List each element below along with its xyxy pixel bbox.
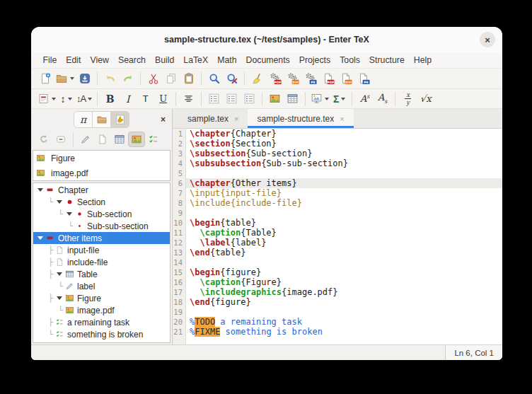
code-line[interactable]: 16 \caption{Figure} (173, 277, 502, 287)
redo-button[interactable] (119, 70, 137, 87)
menu-item-edit[interactable]: Edit (62, 54, 86, 66)
sidebar-tab-math-symbols[interactable]: π (74, 111, 93, 128)
expander-icon[interactable] (37, 188, 43, 192)
menu-item-search[interactable]: Search (113, 54, 150, 66)
sum-button[interactable]: Σ (330, 91, 348, 108)
find-replace-button[interactable] (223, 70, 241, 87)
code-line[interactable]: 3\subsection{Sub-section} (173, 149, 502, 158)
tree-item-section[interactable]: └Section (33, 196, 170, 208)
tree-item-other-items[interactable]: Other items (33, 232, 170, 244)
menu-item-projects[interactable]: Projects (294, 54, 335, 66)
tab-sample-tex[interactable]: sample.tex× (178, 109, 248, 128)
italic-button[interactable]: I (119, 91, 137, 108)
subscript-button[interactable]: As (374, 91, 391, 108)
sqrt-button[interactable]: √x (417, 91, 434, 108)
sidebar-close-button[interactable]: × (161, 115, 166, 124)
menu-item-structure[interactable]: Structure (364, 54, 409, 66)
refresh-button[interactable] (35, 132, 52, 147)
list-description-button[interactable] (241, 91, 258, 108)
tree-item-figure[interactable]: ├Figure (33, 292, 170, 304)
menu-item-math[interactable]: Math (213, 54, 241, 66)
code-line[interactable]: 8\include{include-file} (173, 198, 502, 208)
tab-close-icon[interactable]: × (340, 115, 344, 123)
tree-item-chapter[interactable]: Chapter (33, 184, 170, 196)
tab-close-icon[interactable]: × (234, 115, 238, 123)
compile-pdf-button[interactable]: PDF (266, 70, 284, 87)
code-line[interactable]: 21%FIXME something is broken (173, 327, 502, 337)
view-ps-button[interactable]: PS (354, 70, 372, 87)
undo-button[interactable] (101, 70, 119, 87)
clean-button[interactable] (248, 70, 266, 87)
compile-dvi-button[interactable]: DVI (284, 70, 301, 87)
menu-item-tools[interactable]: Tools (335, 54, 365, 66)
view-pdf-button[interactable]: PDF (319, 70, 337, 87)
code-line[interactable]: 19 (173, 307, 502, 317)
sidebar-tab-browser[interactable] (92, 111, 111, 128)
slide-button[interactable] (309, 91, 330, 108)
code-line[interactable]: 5 (173, 168, 502, 178)
code-line[interactable]: 2\section{Section} (173, 139, 502, 149)
line-spacing-button[interactable]: ↕ (57, 91, 75, 108)
menu-item-view[interactable]: View (86, 54, 113, 66)
cut-button[interactable] (144, 70, 162, 87)
file-button[interactable] (94, 132, 111, 147)
expander-icon[interactable] (57, 272, 62, 276)
expander-icon[interactable] (66, 212, 72, 216)
code-line[interactable]: 17 \includegraphics{image.pdf} (173, 287, 502, 297)
table-button[interactable] (284, 91, 301, 108)
view-dvi-button[interactable]: DVI (337, 70, 354, 87)
code-line[interactable]: 4\subsubsection{Sub-sub-section} (173, 158, 502, 168)
font-size-button[interactable]: ↕A (75, 91, 93, 108)
open-folder-button[interactable] (54, 70, 76, 87)
tree-item-label[interactable]: └label (33, 280, 170, 292)
code-line[interactable]: 10\begin{table} (173, 218, 502, 228)
code-line[interactable]: 20%TODO a remaining task (173, 317, 502, 327)
superscript-button[interactable]: As (356, 91, 374, 108)
typewriter-button[interactable]: T (137, 91, 154, 108)
code-line[interactable]: 11 \caption{Table} (173, 228, 502, 238)
tree-item-include-file[interactable]: ├include-file (33, 256, 170, 268)
image-button[interactable] (266, 91, 284, 108)
code-line[interactable]: 12 \label{label} (173, 238, 502, 248)
find-button[interactable] (205, 70, 223, 87)
menu-item-latex[interactable]: LaTeX (179, 54, 213, 66)
fraction-button[interactable]: xy (399, 91, 417, 108)
tree-item-sub-section[interactable]: └Sub-section (33, 208, 170, 220)
center-env-button[interactable] (180, 91, 197, 108)
image-button[interactable] (128, 132, 145, 147)
code-line[interactable]: 15\begin{figure} (173, 267, 502, 277)
tree-item-something-is-broken[interactable]: └something is broken (33, 328, 170, 340)
window-close-button[interactable]: × (480, 32, 495, 47)
label-button[interactable] (77, 132, 94, 147)
collapse-button[interactable] (52, 132, 69, 147)
menu-item-help[interactable]: Help (409, 54, 436, 66)
menu-item-build[interactable]: Build (150, 54, 178, 66)
tree-item-a-remaining-task[interactable]: ├a remaining task (33, 316, 170, 328)
expander-icon[interactable] (57, 200, 62, 204)
list-item[interactable]: Figure (33, 151, 170, 166)
table-button[interactable] (111, 132, 128, 147)
tree-item-input-file[interactable]: ├input-file (33, 244, 170, 256)
code-editor[interactable]: 1\chapter{Chapter}2\section{Section}3\su… (173, 129, 502, 344)
list-enumerate-button[interactable] (205, 91, 223, 108)
menu-item-documents[interactable]: Documents (241, 54, 294, 66)
menu-item-file[interactable]: File (38, 54, 62, 66)
todo-button[interactable] (145, 132, 162, 147)
list-itemize-button[interactable] (223, 91, 241, 108)
save-button[interactable] (76, 70, 93, 87)
compile-ps-button[interactable]: PS (301, 70, 319, 87)
list-item[interactable]: image.pdf (33, 166, 170, 180)
code-line[interactable]: 6\chapter{Other items} (173, 178, 502, 188)
code-line[interactable]: 14 (173, 257, 502, 267)
tree-item-sub-sub-section[interactable]: └Sub-sub-section (33, 220, 170, 232)
sidebar-tab-structure[interactable] (110, 111, 129, 128)
expander-icon[interactable] (37, 236, 43, 240)
tab-sample-structure-tex[interactable]: sample-structure.tex× (248, 109, 353, 128)
expander-icon[interactable] (57, 296, 62, 300)
section-style-button[interactable] (36, 91, 57, 108)
bold-button[interactable]: B (101, 91, 119, 108)
paste-button[interactable] (180, 70, 197, 87)
tree-item-table[interactable]: ├Table (33, 268, 170, 280)
tree-item-image-pdf[interactable]: └image.pdf (33, 304, 170, 316)
code-empty-area[interactable] (186, 337, 502, 344)
